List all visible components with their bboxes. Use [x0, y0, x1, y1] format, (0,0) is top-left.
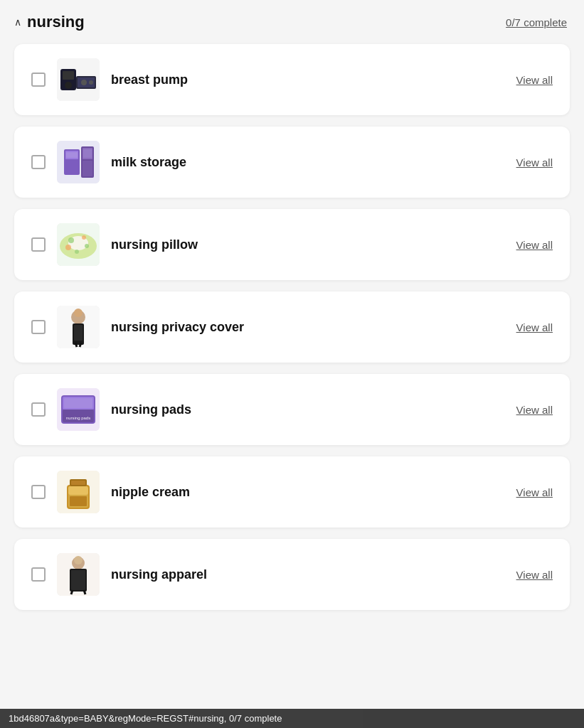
svg-rect-40: [68, 486, 88, 495]
checkbox-nursing-pads[interactable]: [31, 402, 46, 417]
product-image-nursing-pillow: [57, 223, 100, 266]
item-name-nursing-apparel: nursing apparel: [111, 567, 505, 582]
section-title-group: ∧ nursing: [14, 13, 85, 31]
product-image-milk-storage: [57, 141, 100, 183]
checkbox-milk-storage[interactable]: [31, 155, 46, 169]
svg-point-20: [82, 235, 86, 240]
checkbox-nipple-cream[interactable]: [31, 485, 46, 499]
product-image-nursing-privacy-cover: [57, 306, 100, 348]
page-container: ∧ nursing 0/7 complete breast pump View …: [0, 0, 584, 653]
svg-point-23: [75, 250, 79, 254]
svg-point-28: [74, 309, 83, 317]
svg-rect-15: [83, 161, 92, 176]
checkbox-breast-pump[interactable]: [31, 73, 46, 87]
svg-line-30: [80, 343, 81, 347]
collapse-icon[interactable]: ∧: [14, 16, 21, 28]
svg-line-49: [71, 590, 73, 594]
product-image-nursing-pads: nursing pads: [57, 388, 100, 431]
section-progress[interactable]: 0/7 complete: [506, 16, 567, 28]
product-image-nipple-cream: [57, 471, 100, 513]
item-name-nursing-pillow: nursing pillow: [111, 237, 505, 252]
item-card-breast-pump: breast pump View all: [14, 44, 570, 115]
view-all-nipple-cream[interactable]: View all: [516, 486, 553, 498]
svg-rect-41: [70, 496, 87, 506]
svg-rect-48: [71, 570, 85, 590]
svg-rect-27: [74, 325, 83, 341]
item-name-breast-pump: breast pump: [111, 73, 505, 87]
item-card-nursing-pads: nursing pads nursing pads View all: [14, 374, 570, 445]
status-bar: 1bd46807a&type=BABY&regMode=REGST#nursin…: [0, 709, 584, 728]
svg-point-46: [74, 556, 83, 564]
section-header: ∧ nursing 0/7 complete: [0, 0, 584, 44]
svg-point-21: [85, 244, 89, 248]
svg-rect-34: [64, 398, 92, 408]
item-name-nursing-privacy-cover: nursing privacy cover: [111, 320, 505, 335]
svg-rect-43: [71, 481, 85, 485]
item-card-nursing-pillow: nursing pillow View all: [14, 209, 570, 280]
item-card-nursing-privacy-cover: nursing privacy cover View all: [14, 291, 570, 363]
checkbox-nursing-privacy-cover[interactable]: [31, 320, 46, 334]
svg-rect-11: [66, 152, 78, 158]
view-all-nursing-privacy-cover[interactable]: View all: [516, 321, 553, 333]
item-card-milk-storage: milk storage View all: [14, 127, 570, 198]
svg-point-3: [65, 82, 72, 89]
view-all-nursing-pads[interactable]: View all: [516, 404, 553, 416]
item-card-nipple-cream: nipple cream View all: [14, 456, 570, 528]
product-image-breast-pump: [57, 58, 100, 101]
svg-point-7: [89, 80, 93, 85]
svg-line-50: [84, 590, 85, 594]
svg-text:nursing pads: nursing pads: [66, 416, 90, 420]
svg-point-19: [68, 237, 74, 243]
view-all-milk-storage[interactable]: View all: [516, 156, 553, 168]
item-name-nursing-pads: nursing pads: [111, 402, 505, 417]
svg-point-6: [81, 80, 87, 85]
checkbox-nursing-apparel[interactable]: [31, 567, 46, 582]
svg-rect-14: [83, 149, 92, 158]
item-name-milk-storage: milk storage: [111, 155, 505, 170]
status-bar-text: 1bd46807a&type=BABY&regMode=REGST#nursin…: [9, 713, 282, 724]
view-all-breast-pump[interactable]: View all: [516, 74, 553, 86]
svg-point-22: [65, 245, 71, 250]
checkbox-nursing-pillow[interactable]: [31, 237, 46, 252]
view-all-nursing-pillow[interactable]: View all: [516, 239, 553, 251]
items-list: breast pump View all milk storage View a…: [0, 44, 584, 610]
item-name-nipple-cream: nipple cream: [111, 485, 505, 500]
svg-rect-2: [63, 71, 74, 80]
section-title: nursing: [27, 13, 85, 31]
svg-line-29: [75, 343, 77, 347]
view-all-nursing-apparel[interactable]: View all: [516, 569, 553, 581]
product-image-nursing-apparel: [57, 553, 100, 596]
item-card-nursing-apparel: nursing apparel View all: [14, 539, 570, 610]
